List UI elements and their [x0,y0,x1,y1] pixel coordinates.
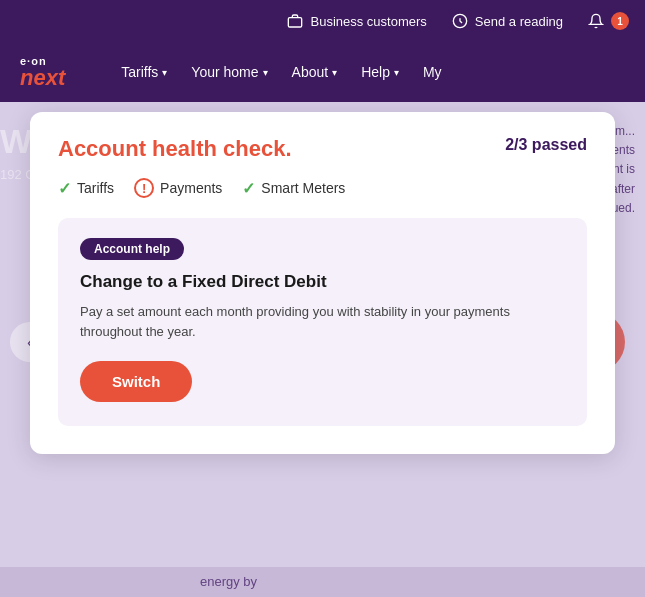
business-customers-link[interactable]: Business customers [286,12,426,30]
nav-item-tariffs[interactable]: Tariffs ▾ [113,60,175,84]
send-reading-link[interactable]: Send a reading [451,12,563,30]
business-customers-label: Business customers [310,14,426,29]
nav-item-about[interactable]: About ▾ [284,60,346,84]
nav-item-my[interactable]: My [415,60,450,84]
check-pass-icon: ✓ [58,179,71,198]
check-warning-icon: ! [134,178,154,198]
switch-button[interactable]: Switch [80,361,192,402]
notifications-link[interactable]: 1 [587,12,629,30]
check-payments: ! Payments [134,178,222,198]
chevron-down-icon: ▾ [332,67,337,78]
modal-checks: ✓ Tariffs ! Payments ✓ Smart Meters [58,178,587,198]
modal-score: 2/3 passed [505,136,587,154]
account-help-card: Account help Change to a Fixed Direct De… [58,218,587,426]
modal-header: Account health check. 2/3 passed [58,136,587,162]
logo-next: next [20,67,65,89]
inner-card-desc: Pay a set amount each month providing yo… [80,302,565,341]
nav-items: Tariffs ▾ Your home ▾ About ▾ Help ▾ My [113,60,625,84]
nav-help-label: Help [361,64,390,80]
logo[interactable]: e·on next [20,56,65,89]
notification-count: 1 [611,12,629,30]
nav-bar: e·on next Tariffs ▾ Your home ▾ About ▾ … [0,42,645,102]
svg-rect-0 [289,18,302,27]
nav-tariffs-label: Tariffs [121,64,158,80]
chevron-down-icon: ▾ [263,67,268,78]
check-smart-meters: ✓ Smart Meters [242,179,345,198]
nav-item-help[interactable]: Help ▾ [353,60,407,84]
check-pass-icon: ✓ [242,179,255,198]
account-help-badge: Account help [80,238,184,260]
check-smart-meters-label: Smart Meters [261,180,345,196]
briefcase-icon [286,12,304,30]
check-tariffs: ✓ Tariffs [58,179,114,198]
nav-your-home-label: Your home [191,64,258,80]
modal-title: Account health check. [58,136,292,162]
send-reading-label: Send a reading [475,14,563,29]
check-tariffs-label: Tariffs [77,180,114,196]
check-payments-label: Payments [160,180,222,196]
account-health-modal: Account health check. 2/3 passed ✓ Tarif… [30,112,615,454]
top-bar: Business customers Send a reading 1 [0,0,645,42]
main-content: Wo... 192 G... t paym... payments ment i… [0,102,645,597]
meter-icon [451,12,469,30]
chevron-down-icon: ▾ [394,67,399,78]
nav-about-label: About [292,64,329,80]
chevron-down-icon: ▾ [162,67,167,78]
inner-card-title: Change to a Fixed Direct Debit [80,272,565,292]
bell-icon [587,12,605,30]
nav-my-label: My [423,64,442,80]
nav-item-your-home[interactable]: Your home ▾ [183,60,275,84]
